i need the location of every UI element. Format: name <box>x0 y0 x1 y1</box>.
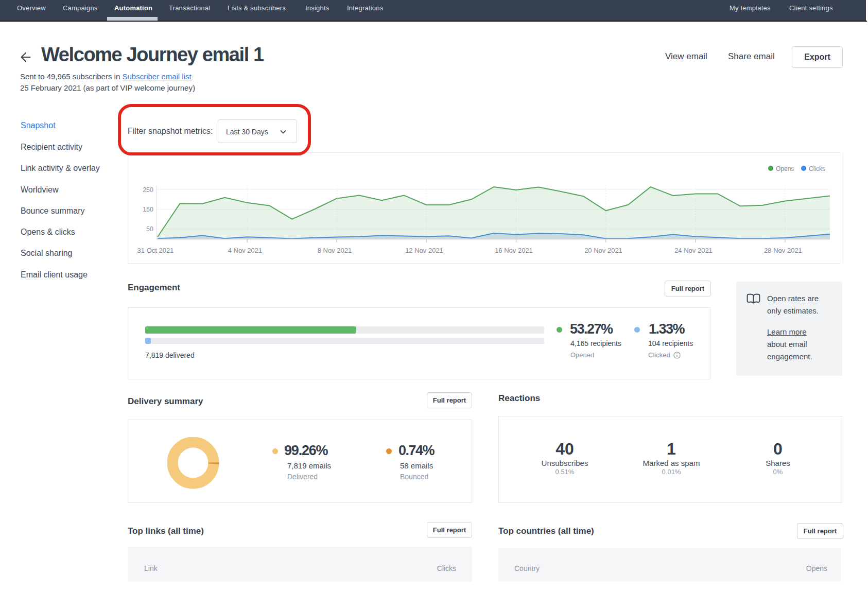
svg-text:250: 250 <box>143 186 153 194</box>
svg-text:16 Nov 2021: 16 Nov 2021 <box>495 247 533 254</box>
svg-text:31 Oct 2021: 31 Oct 2021 <box>137 247 174 254</box>
svg-text:4 Nov 2021: 4 Nov 2021 <box>228 247 263 254</box>
svg-text:Clicks: Clicks <box>809 165 825 172</box>
svg-text:28 Nov 2021: 28 Nov 2021 <box>764 247 802 254</box>
svg-text:24 Nov 2021: 24 Nov 2021 <box>674 247 713 254</box>
svg-text:20 Nov 2021: 20 Nov 2021 <box>584 247 622 254</box>
svg-text:Opens: Opens <box>776 165 794 172</box>
svg-text:50: 50 <box>146 225 153 233</box>
svg-text:12 Nov 2021: 12 Nov 2021 <box>405 247 443 254</box>
svg-text:150: 150 <box>143 206 153 213</box>
svg-text:8 Nov 2021: 8 Nov 2021 <box>318 247 352 254</box>
